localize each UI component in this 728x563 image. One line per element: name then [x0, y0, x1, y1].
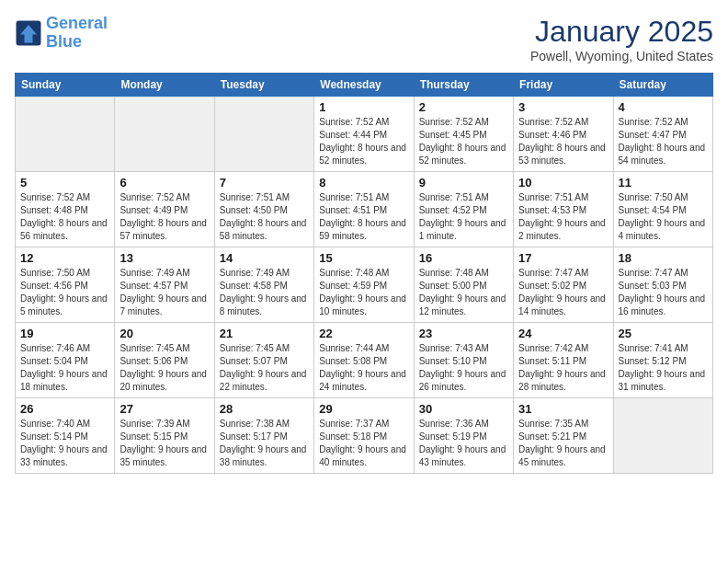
day-info: Sunrise: 7:52 AM Sunset: 4:48 PM Dayligh…: [20, 191, 109, 243]
day-info: Sunrise: 7:45 AM Sunset: 5:06 PM Dayligh…: [119, 342, 209, 394]
calendar-cell: 24Sunrise: 7:42 AM Sunset: 5:11 PM Dayli…: [514, 323, 613, 398]
day-info: Sunrise: 7:52 AM Sunset: 4:44 PM Dayligh…: [319, 116, 408, 167]
day-number: 2: [419, 100, 508, 114]
calendar-cell: 21Sunrise: 7:45 AM Sunset: 5:07 PM Dayli…: [214, 323, 313, 398]
calendar-cell: 27Sunrise: 7:39 AM Sunset: 5:15 PM Dayli…: [115, 398, 214, 474]
calendar-week-row: 12Sunrise: 7:50 AM Sunset: 4:56 PM Dayli…: [16, 247, 713, 323]
day-info: Sunrise: 7:52 AM Sunset: 4:49 PM Dayligh…: [119, 191, 209, 243]
calendar-cell: [613, 398, 712, 474]
calendar-cell: 11Sunrise: 7:50 AM Sunset: 4:54 PM Dayli…: [613, 172, 712, 247]
weekday-header-sunday: Sunday: [16, 74, 115, 97]
calendar-cell: [16, 97, 115, 172]
calendar-cell: 16Sunrise: 7:48 AM Sunset: 5:00 PM Dayli…: [414, 247, 513, 323]
day-info: Sunrise: 7:51 AM Sunset: 4:53 PM Dayligh…: [518, 191, 608, 243]
calendar-title: January 2025: [530, 15, 713, 49]
day-info: Sunrise: 7:51 AM Sunset: 4:50 PM Dayligh…: [220, 191, 309, 243]
day-info: Sunrise: 7:41 AM Sunset: 5:12 PM Dayligh…: [619, 342, 708, 394]
day-info: Sunrise: 7:49 AM Sunset: 4:58 PM Dayligh…: [220, 267, 309, 318]
calendar-cell: 23Sunrise: 7:43 AM Sunset: 5:10 PM Dayli…: [414, 323, 513, 398]
day-number: 31: [518, 402, 608, 416]
day-info: Sunrise: 7:52 AM Sunset: 4:45 PM Dayligh…: [419, 116, 508, 167]
calendar-cell: 8Sunrise: 7:51 AM Sunset: 4:51 PM Daylig…: [314, 172, 414, 247]
header: General Blue January 2025 Powell, Wyomin…: [15, 15, 713, 63]
calendar-week-row: 19Sunrise: 7:46 AM Sunset: 5:04 PM Dayli…: [16, 323, 713, 398]
calendar-cell: 12Sunrise: 7:50 AM Sunset: 4:56 PM Dayli…: [16, 247, 115, 323]
day-info: Sunrise: 7:39 AM Sunset: 5:15 PM Dayligh…: [119, 418, 209, 469]
day-number: 6: [119, 176, 209, 190]
day-info: Sunrise: 7:47 AM Sunset: 5:03 PM Dayligh…: [619, 267, 708, 318]
calendar-cell: 31Sunrise: 7:35 AM Sunset: 5:21 PM Dayli…: [514, 398, 613, 474]
day-info: Sunrise: 7:49 AM Sunset: 4:57 PM Dayligh…: [119, 267, 209, 318]
day-info: Sunrise: 7:51 AM Sunset: 4:52 PM Dayligh…: [419, 191, 508, 243]
calendar-cell: 17Sunrise: 7:47 AM Sunset: 5:02 PM Dayli…: [514, 247, 613, 323]
day-number: 17: [518, 251, 608, 265]
calendar-cell: [214, 97, 313, 172]
calendar-cell: 14Sunrise: 7:49 AM Sunset: 4:58 PM Dayli…: [214, 247, 313, 323]
day-number: 21: [220, 327, 309, 340]
calendar-cell: 30Sunrise: 7:36 AM Sunset: 5:19 PM Dayli…: [414, 398, 513, 474]
day-info: Sunrise: 7:44 AM Sunset: 5:08 PM Dayligh…: [319, 342, 408, 394]
day-info: Sunrise: 7:37 AM Sunset: 5:18 PM Dayligh…: [319, 418, 408, 469]
day-number: 26: [20, 402, 109, 416]
calendar-cell: 28Sunrise: 7:38 AM Sunset: 5:17 PM Dayli…: [214, 398, 313, 474]
day-number: 27: [119, 402, 209, 416]
calendar-cell: 20Sunrise: 7:45 AM Sunset: 5:06 PM Dayli…: [115, 323, 214, 398]
day-info: Sunrise: 7:42 AM Sunset: 5:11 PM Dayligh…: [518, 342, 608, 394]
day-number: 7: [220, 176, 309, 190]
day-number: 13: [119, 251, 209, 265]
day-number: 20: [119, 327, 209, 340]
calendar-cell: 4Sunrise: 7:52 AM Sunset: 4:47 PM Daylig…: [613, 97, 712, 172]
day-info: Sunrise: 7:48 AM Sunset: 5:00 PM Dayligh…: [419, 267, 508, 318]
day-number: 23: [419, 327, 508, 340]
day-number: 22: [319, 327, 408, 340]
calendar-cell: 1Sunrise: 7:52 AM Sunset: 4:44 PM Daylig…: [314, 97, 414, 172]
day-number: 24: [518, 327, 608, 340]
day-number: 18: [619, 251, 708, 265]
day-number: 11: [619, 176, 708, 190]
logo-text: General Blue: [46, 15, 108, 52]
day-info: Sunrise: 7:50 AM Sunset: 4:56 PM Dayligh…: [20, 267, 109, 318]
day-info: Sunrise: 7:38 AM Sunset: 5:17 PM Dayligh…: [220, 418, 309, 469]
day-info: Sunrise: 7:48 AM Sunset: 4:59 PM Dayligh…: [319, 267, 408, 318]
weekday-header-wednesday: Wednesday: [314, 74, 414, 97]
calendar-cell: 6Sunrise: 7:52 AM Sunset: 4:49 PM Daylig…: [115, 172, 214, 247]
calendar-subtitle: Powell, Wyoming, United States: [530, 49, 713, 63]
day-number: 3: [518, 100, 608, 114]
weekday-header-friday: Friday: [514, 74, 613, 97]
logo-icon: [15, 19, 42, 47]
calendar-cell: [115, 97, 214, 172]
calendar-cell: 15Sunrise: 7:48 AM Sunset: 4:59 PM Dayli…: [314, 247, 414, 323]
day-number: 5: [20, 176, 109, 190]
day-info: Sunrise: 7:35 AM Sunset: 5:21 PM Dayligh…: [518, 418, 608, 469]
weekday-header-saturday: Saturday: [613, 74, 712, 97]
day-info: Sunrise: 7:36 AM Sunset: 5:19 PM Dayligh…: [419, 418, 508, 469]
weekday-header-tuesday: Tuesday: [214, 74, 313, 97]
day-number: 28: [220, 402, 309, 416]
day-info: Sunrise: 7:52 AM Sunset: 4:47 PM Dayligh…: [619, 116, 708, 167]
calendar-cell: 9Sunrise: 7:51 AM Sunset: 4:52 PM Daylig…: [414, 172, 513, 247]
calendar-table: SundayMondayTuesdayWednesdayThursdayFrid…: [15, 73, 713, 474]
day-number: 16: [419, 251, 508, 265]
day-number: 4: [619, 100, 708, 114]
calendar-cell: 22Sunrise: 7:44 AM Sunset: 5:08 PM Dayli…: [314, 323, 414, 398]
day-number: 29: [319, 402, 408, 416]
day-info: Sunrise: 7:45 AM Sunset: 5:07 PM Dayligh…: [220, 342, 309, 394]
day-info: Sunrise: 7:43 AM Sunset: 5:10 PM Dayligh…: [419, 342, 508, 394]
day-info: Sunrise: 7:52 AM Sunset: 4:46 PM Dayligh…: [518, 116, 608, 167]
day-info: Sunrise: 7:46 AM Sunset: 5:04 PM Dayligh…: [20, 342, 109, 394]
calendar-cell: 25Sunrise: 7:41 AM Sunset: 5:12 PM Dayli…: [613, 323, 712, 398]
day-number: 9: [419, 176, 508, 190]
calendar-cell: 13Sunrise: 7:49 AM Sunset: 4:57 PM Dayli…: [115, 247, 214, 323]
day-number: 12: [20, 251, 109, 265]
calendar-cell: 26Sunrise: 7:40 AM Sunset: 5:14 PM Dayli…: [16, 398, 115, 474]
weekday-header-row: SundayMondayTuesdayWednesdayThursdayFrid…: [16, 74, 713, 97]
calendar-week-row: 26Sunrise: 7:40 AM Sunset: 5:14 PM Dayli…: [16, 398, 713, 474]
calendar-cell: 7Sunrise: 7:51 AM Sunset: 4:50 PM Daylig…: [214, 172, 313, 247]
day-number: 14: [220, 251, 309, 265]
calendar-week-row: 1Sunrise: 7:52 AM Sunset: 4:44 PM Daylig…: [16, 97, 713, 172]
day-info: Sunrise: 7:51 AM Sunset: 4:51 PM Dayligh…: [319, 191, 408, 243]
day-number: 19: [20, 327, 109, 340]
calendar-cell: 29Sunrise: 7:37 AM Sunset: 5:18 PM Dayli…: [314, 398, 414, 474]
calendar-cell: 19Sunrise: 7:46 AM Sunset: 5:04 PM Dayli…: [16, 323, 115, 398]
calendar-cell: 2Sunrise: 7:52 AM Sunset: 4:45 PM Daylig…: [414, 97, 513, 172]
